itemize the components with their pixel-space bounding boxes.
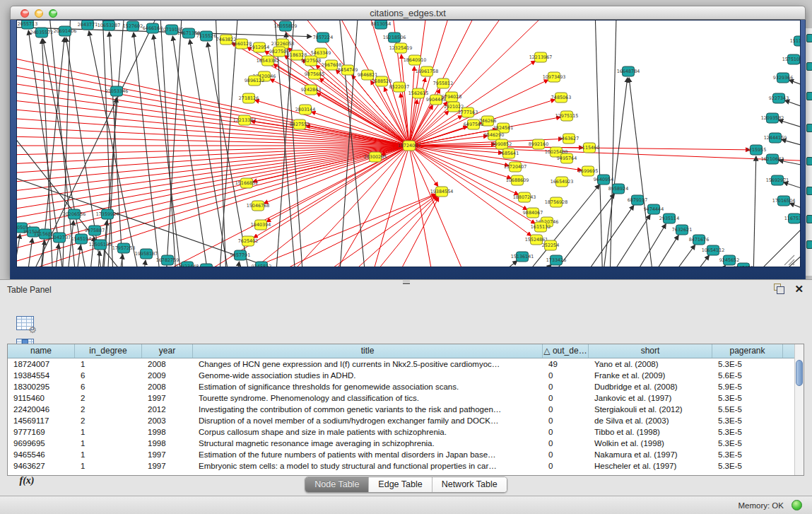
table-cell[interactable]: 5.3E-5: [712, 460, 783, 472]
network-node[interactable]: 2935114: [659, 214, 679, 223]
network-node[interactable]: 9245651: [734, 263, 753, 267]
network-node[interactable]: 20206556: [63, 209, 86, 219]
network-node[interactable]: 12444159: [764, 133, 787, 143]
network-edge[interactable]: [753, 156, 756, 267]
table-cell[interactable]: 9115460: [8, 392, 75, 404]
table-cell[interactable]: 9465546: [8, 449, 75, 460]
table-cell[interactable]: 2: [75, 404, 142, 415]
network-node[interactable]: 9227343: [769, 93, 789, 103]
network-node[interactable]: 2718126: [239, 93, 259, 103]
network-node[interactable]: 1511675: [790, 36, 801, 46]
network-edge[interactable]: [630, 235, 678, 267]
table-cell[interactable]: Changes of HCN gene expression and I(f) …: [193, 358, 543, 370]
network-node[interactable]: 9857791: [230, 250, 250, 260]
table-row[interactable]: 969969511998Structural magnetic resonanc…: [8, 438, 804, 449]
table-cell[interactable]: 2009: [142, 370, 193, 381]
table-cell[interactable]: 0: [543, 392, 589, 404]
table-cell[interactable]: 2003: [142, 415, 193, 426]
network-edge[interactable]: [409, 146, 531, 236]
network-node[interactable]: 8215955: [746, 145, 766, 155]
zoom-window-icon[interactable]: [49, 9, 57, 18]
network-node[interactable]: 12213383: [233, 115, 257, 125]
minimize-window-icon[interactable]: [35, 9, 43, 18]
network-edge[interactable]: [139, 260, 146, 267]
network-edge[interactable]: [286, 33, 305, 267]
network-edge[interactable]: [61, 21, 72, 267]
network-edge[interactable]: [496, 264, 551, 267]
table-cell[interactable]: 2008: [142, 381, 193, 392]
network-edge[interactable]: [362, 146, 409, 267]
float-panel-icon[interactable]: [774, 284, 784, 294]
column-header-title[interactable]: title: [193, 344, 543, 358]
table-row[interactable]: 946362711997Embryonic stem cells: a mode…: [8, 460, 804, 472]
network-node[interactable]: 9650592: [196, 264, 216, 267]
table-cell[interactable]: 1: [75, 426, 142, 438]
table-cell[interactable]: 5.3E-5: [712, 438, 783, 449]
table-cell[interactable]: Estimation of significance thresholds fo…: [193, 381, 543, 392]
scrollbar-thumb[interactable]: [796, 360, 803, 386]
close-panel-icon[interactable]: ✕: [794, 284, 804, 294]
table-cell[interactable]: Embryonic stem cells: a model to study s…: [193, 460, 543, 472]
table-cell[interactable]: 0: [543, 460, 589, 472]
table-cell[interactable]: 2012: [142, 404, 193, 415]
table-cell[interactable]: 2008: [142, 358, 193, 370]
network-edge[interactable]: [270, 79, 409, 146]
network-edge[interactable]: [134, 33, 164, 267]
network-node[interactable]: 1527602: [123, 21, 143, 31]
tab-node-table[interactable]: Node Table: [305, 477, 368, 492]
network-edge[interactable]: [784, 100, 801, 115]
network-node[interactable]: 8471676: [689, 235, 709, 245]
network-edge[interactable]: [789, 80, 801, 94]
tab-edge-table[interactable]: Edge Table: [368, 477, 431, 492]
network-node[interactable]: 12213967: [529, 52, 553, 62]
table-cell[interactable]: 1997: [142, 449, 193, 460]
table-row[interactable]: 977716911998Corpus callosum shape and si…: [8, 426, 804, 438]
table-cell[interactable]: 18300295: [8, 381, 75, 392]
network-node[interactable]: 5912954: [249, 42, 269, 52]
table-cell[interactable]: 14569117: [8, 415, 75, 426]
table-cell[interactable]: 5.3E-5: [712, 426, 783, 438]
network-edge[interactable]: [17, 234, 20, 267]
network-edge[interactable]: [341, 197, 437, 267]
network-node[interactable]: 10654112: [702, 245, 725, 255]
network-edge[interactable]: [629, 78, 657, 267]
column-header-year[interactable]: year: [142, 344, 193, 358]
network-node[interactable]: 7485063: [551, 93, 571, 103]
table-cell[interactable]: 1: [75, 449, 142, 460]
network-edge[interactable]: [799, 62, 801, 77]
network-edge[interactable]: [157, 21, 178, 267]
table-cell[interactable]: Tibbo et al. (1998): [589, 426, 712, 438]
network-node[interactable]: 12505135: [89, 240, 112, 250]
table-cell[interactable]: 1: [75, 460, 142, 472]
network-svg[interactable]: 2055713240355722069140620437711065328715…: [17, 21, 801, 267]
network-node[interactable]: 18756928: [545, 197, 568, 207]
table-cell[interactable]: 9777169: [8, 426, 75, 438]
table-cell[interactable]: 1: [75, 358, 142, 370]
table-row[interactable]: 946554611997Estimation of the future num…: [8, 449, 804, 460]
column-header-out_de[interactable]: △ out_de…: [543, 344, 589, 358]
table-settings-icon[interactable]: [14, 311, 37, 334]
network-node[interactable]: 9875685: [305, 69, 324, 79]
network-node[interactable]: 10688609: [506, 175, 529, 185]
network-node[interactable]: 9640954: [594, 175, 613, 185]
table-cell[interactable]: Nakamura et al. (1997): [589, 449, 712, 460]
network-node[interactable]: 9699695: [578, 166, 598, 176]
table-cell[interactable]: 5.9E-5: [712, 381, 783, 392]
network-node[interactable]: 19958187: [135, 249, 158, 259]
network-edge[interactable]: [782, 139, 801, 152]
network-canvas[interactable]: 2055713240355722069140620437711065328715…: [16, 20, 801, 267]
table-cell[interactable]: 1998: [142, 438, 193, 449]
network-node[interactable]: 12975115: [555, 111, 579, 121]
network-edge[interactable]: [409, 111, 449, 146]
table-cell[interactable]: Genome-wide association studies in ADHD.: [193, 370, 543, 381]
network-edge[interactable]: [17, 73, 409, 146]
window-titlebar[interactable]: citations_edges.txt: [10, 6, 806, 20]
network-node[interactable]: 15166852: [235, 178, 259, 188]
network-edge[interactable]: [454, 261, 517, 267]
network-node[interactable]: 9245652: [719, 255, 739, 265]
network-node[interactable]: 9329366: [773, 73, 793, 83]
network-node[interactable]: 12325419: [389, 43, 413, 53]
network-node[interactable]: 19218506: [383, 33, 406, 42]
network-edge[interactable]: [23, 238, 33, 267]
network-edge[interactable]: [231, 262, 240, 267]
